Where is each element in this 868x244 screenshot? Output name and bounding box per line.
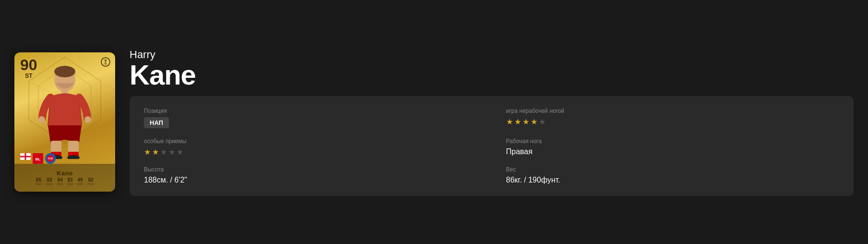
- card-top: 90 ST: [20, 57, 37, 79]
- star-4: ★: [531, 117, 537, 126]
- svg-text:BL: BL: [36, 157, 41, 161]
- fcb-badge-icon: FCB: [45, 153, 56, 164]
- weight-value: 86кг. / 190фунт.: [506, 176, 840, 184]
- stat-pas: 84 PAS: [57, 178, 64, 186]
- height-value: 188см. / 6'2": [144, 176, 477, 184]
- star-1: ★: [506, 117, 513, 126]
- star-5: ★: [539, 117, 546, 126]
- england-flag-icon: [20, 153, 31, 160]
- weak-foot-stars: ★ ★ ★ ★ ★: [506, 117, 840, 126]
- skills-label: особые приемы: [144, 138, 477, 145]
- card-rating: 90: [20, 57, 37, 73]
- working-foot-block: Рабочая нога Правая: [506, 138, 840, 157]
- working-foot-value: Правая: [506, 147, 840, 156]
- weak-foot-block: игра нерабочей ногой ★ ★ ★ ★ ★: [506, 108, 840, 128]
- svg-point-11: [38, 116, 45, 123]
- player-card-container: 90 ST: [14, 49, 854, 196]
- position-badge: НАП: [144, 117, 169, 128]
- player-name-block: Harry Kane: [130, 49, 854, 89]
- stat-def: 49 DEF: [77, 178, 83, 186]
- position-block: Позиция НАП: [144, 108, 477, 128]
- star-3: ★: [523, 117, 529, 126]
- skills-star-5: ★: [177, 147, 183, 157]
- bundesliga-badge-icon: BL: [33, 153, 43, 164]
- weight-label: Вес: [506, 166, 840, 173]
- position-label: Позиция: [144, 108, 477, 114]
- skills-stars: ★ ★ ★ ★ ★: [144, 147, 477, 157]
- stat-dri: 83 DRI: [67, 178, 73, 186]
- skills-star-1: ★: [144, 147, 151, 157]
- stat-sho: 93 SHO: [46, 178, 53, 186]
- stat-pac: 65 PAC: [35, 178, 42, 186]
- player-last-name: Kane: [130, 61, 854, 89]
- weak-foot-label: игра нерабочей ногой: [506, 108, 840, 114]
- height-block: Высота 188см. / 6'2": [144, 166, 477, 184]
- card-stats: 65 PAC 93 SHO 84 PAS 83 DRI 49 DEF: [35, 178, 94, 186]
- svg-text:FCB: FCB: [48, 158, 53, 160]
- skills-block: особые приемы ★ ★ ★ ★ ★: [144, 138, 477, 157]
- star-2: ★: [514, 117, 521, 126]
- stats-panel: Позиция НАП игра нерабочей ногой ★ ★ ★ ★…: [130, 96, 854, 196]
- svg-point-12: [84, 116, 91, 123]
- card-bottom: Kane 65 PAC 93 SHO 84 PAS 83 DRI: [14, 164, 115, 192]
- stat-phy: 82 PHY: [87, 178, 94, 186]
- working-foot-label: Рабочая нога: [506, 138, 840, 145]
- svg-point-9: [54, 66, 75, 77]
- soccer-ball-icon: [101, 57, 110, 67]
- height-label: Высота: [144, 166, 477, 173]
- card-position: ST: [25, 73, 32, 79]
- player-info: Harry Kane Позиция НАП игра нерабочей но…: [130, 49, 854, 196]
- weight-block: Вес 86кг. / 190фунт.: [506, 166, 840, 184]
- skills-star-3: ★: [160, 147, 167, 157]
- svg-marker-7: [104, 61, 107, 65]
- skills-star-4: ★: [168, 147, 175, 157]
- skills-star-2: ★: [152, 147, 159, 157]
- card-flags: BL FCB: [20, 153, 56, 164]
- player-first-name: Harry: [130, 49, 854, 61]
- fifa-card: 90 ST: [14, 52, 115, 192]
- card-player-name: Kane: [57, 170, 73, 177]
